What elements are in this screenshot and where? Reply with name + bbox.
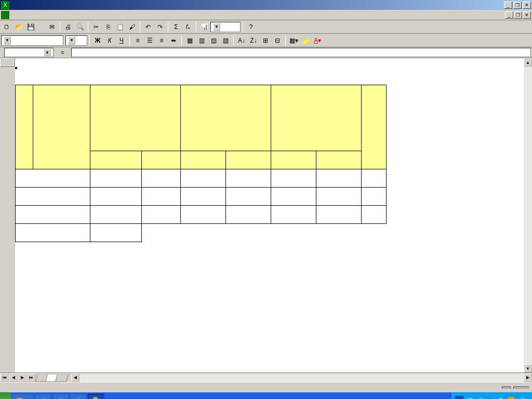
fill-color-icon[interactable]: ◢▾ [300,35,311,46]
font-color-icon[interactable]: A▾ [312,35,323,46]
name-box[interactable]: ▼ [4,48,54,57]
footer-one-trip [16,224,90,242]
vertical-scrollbar[interactable]: ▲ ▼ [524,58,532,373]
tray-icon[interactable]: 🔊 [476,396,484,399]
tab-last-icon[interactable]: ⏭ [26,374,35,382]
chart-icon[interactable]: 📊 [198,21,210,33]
sort-asc-icon[interactable]: A↓ [236,35,247,46]
hdr-trips [90,151,142,169]
taskbar-item-active[interactable]: 📗 [88,394,104,399]
mdi-restore-button[interactable]: ❐ [514,11,522,19]
help-icon[interactable]: ? [245,21,257,33]
hdr-no [16,85,33,169]
redo-icon[interactable]: ↷ [154,21,166,33]
start-button[interactable] [0,392,11,399]
taskbar-item[interactable]: 📘 [70,394,87,399]
copy-icon[interactable]: ⎘ [102,21,114,33]
mdi-minimize-button[interactable]: _ [505,11,513,19]
align-left-icon[interactable]: ≡ [132,35,143,46]
row-headers [0,58,15,373]
chevron-down-icon[interactable]: ▼ [4,36,11,45]
menu-edit[interactable] [20,14,27,16]
menu-view[interactable] [27,14,34,16]
hdr-metro [90,85,181,151]
merge-icon[interactable]: ⬌ [168,35,179,46]
menu-file[interactable] [12,14,20,16]
mail-icon[interactable]: ✉ [46,21,58,33]
mdi-close-button[interactable]: ✕ [523,11,531,19]
titlebar: X _ ❐ ✕ [0,0,532,10]
menu-window[interactable] [63,14,71,16]
minimize-button[interactable]: _ [504,2,512,9]
tab-next-icon[interactable]: ▶ [18,374,26,382]
border-dropdown-icon[interactable]: ▦▾ [288,35,299,46]
lang-indicator[interactable] [455,396,463,399]
taskbar-item[interactable]: 📘 [35,394,51,399]
italic-icon[interactable]: К [104,35,115,46]
undo-icon[interactable]: ↶ [142,21,154,33]
fx-icon[interactable]: fₓ [182,21,194,33]
preview-icon[interactable]: 🔍 [74,21,86,33]
scroll-right-icon[interactable]: ▶ [524,374,532,382]
tray-icon[interactable]: K [486,396,495,399]
save-icon[interactable]: 💾 [25,21,36,33]
fontsize-combo[interactable]: ▼ [65,35,87,46]
hdr-day [33,85,90,169]
taskbar-item[interactable]: 📘 [52,394,69,399]
chevron-down-icon[interactable]: ▼ [213,23,220,31]
menu-format[interactable] [42,14,49,16]
spreadsheet-grid[interactable]: ▲ ▼ [0,58,532,373]
menu-help[interactable] [71,14,78,16]
tray-icon[interactable]: 📶 [507,396,515,399]
horizontal-scrollbar[interactable]: ◀ ▶ [71,374,532,382]
scroll-up-icon[interactable]: ▲ [524,58,532,66]
data-table [15,85,387,242]
fx-label: = [54,49,71,56]
borders2-icon[interactable]: ▥ [196,35,207,46]
tray-icon[interactable]: 🛡 [466,396,474,399]
scroll-track[interactable] [524,66,532,364]
chevron-down-icon[interactable]: ▼ [68,36,75,45]
group-icon[interactable]: ⊞ [260,35,271,46]
font-combo[interactable]: ▼ [1,35,63,46]
column-headers [15,58,524,67]
tray-icon[interactable]: 🖥 [517,396,526,399]
format-painter-icon[interactable]: 🖌 [126,21,138,33]
bold-icon[interactable]: Ж [92,35,103,46]
menu-tools[interactable] [49,14,56,16]
open-icon[interactable]: 📂 [13,21,24,33]
formula-input[interactable] [71,48,531,57]
borders-icon[interactable]: ▦ [184,35,195,46]
align-right-icon[interactable]: ≡ [156,35,167,46]
scroll-left-icon[interactable]: ◀ [71,374,79,382]
paste-icon[interactable]: 📋 [114,21,126,33]
restore-button[interactable]: ❐ [513,2,522,9]
tab-first-icon[interactable]: ⏮ [0,374,9,382]
autosum-icon[interactable]: Σ [170,21,182,33]
cut-icon[interactable]: ✂ [90,21,102,33]
menu-insert[interactable] [34,14,42,16]
zoom-combo[interactable]: ▼ [210,22,241,32]
print-icon[interactable]: 🖨 [62,21,74,33]
close-button[interactable]: ✕ [523,2,531,9]
hdr-trips [181,151,226,169]
tray-icon[interactable]: ⚙ [497,396,505,399]
borders3-icon[interactable]: ▤ [208,35,219,46]
system-tray[interactable]: 🛡 🔊 K ⚙ 📶 🖥 [450,392,532,399]
taskbar-item[interactable]: 📁 ▾ [12,394,34,399]
align-center-icon[interactable]: ☰ [144,35,155,46]
doc-icon [1,11,9,19]
borders4-icon[interactable]: ▧ [220,35,231,46]
selection-cursor [15,67,17,69]
tab-prev-icon[interactable]: ◀ [9,374,18,382]
scroll-track[interactable] [79,374,524,382]
new-icon[interactable]: 🗋 [1,21,12,33]
scroll-down-icon[interactable]: ▼ [524,364,532,373]
sheet-tab[interactable] [55,375,69,382]
sort-desc-icon[interactable]: Z↓ [248,35,259,46]
menu-data[interactable] [56,14,63,16]
ungroup-icon[interactable]: ⊟ [272,35,283,46]
select-all-corner[interactable] [0,58,15,67]
underline-icon[interactable]: Ч [116,35,127,46]
chevron-down-icon[interactable]: ▼ [44,49,51,56]
